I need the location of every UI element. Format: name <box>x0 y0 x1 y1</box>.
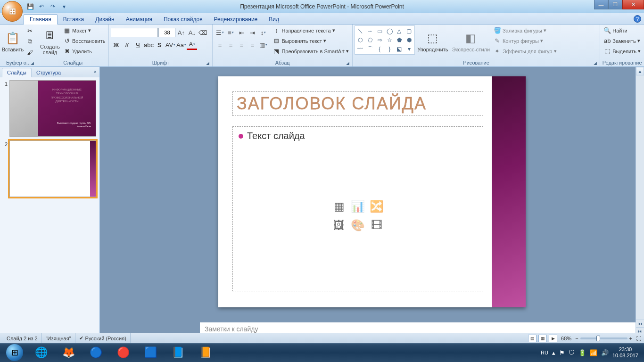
insert-smartart-icon[interactable]: 🔀 <box>368 198 385 215</box>
clear-format-button[interactable]: ⌫ <box>198 27 208 38</box>
zoom-value[interactable]: 68% <box>561 336 571 341</box>
shape-effects-button[interactable]: ✦Эффекты для фигур ▾ <box>492 46 558 56</box>
shape-fill-button[interactable]: 🪣Заливка фигуры ▾ <box>492 25 558 35</box>
panel-tab-slides[interactable]: Слайды <box>2 68 32 77</box>
tab-design[interactable]: Дизайн <box>90 15 120 24</box>
quick-styles-button[interactable]: ◧ Экспресс-стили <box>451 25 491 57</box>
char-spacing-button[interactable]: AV <box>165 40 175 50</box>
tab-review[interactable]: Рецензирование <box>208 15 264 24</box>
new-slide-button[interactable]: 🗏 Создать слайд <box>39 25 61 57</box>
shape-rect-icon[interactable]: ▭ <box>375 27 384 35</box>
shape-6-icon[interactable]: ⬡ <box>356 36 365 44</box>
zoom-in-button[interactable]: + <box>629 336 632 341</box>
zoom-out-button[interactable]: − <box>575 336 578 341</box>
shape-9-icon[interactable]: ☆ <box>385 36 394 44</box>
cut-button[interactable]: ✂ <box>25 25 35 36</box>
taskbar-skype[interactable]: 🟦 <box>137 343 164 362</box>
save-icon[interactable]: 💾 <box>25 2 35 11</box>
insert-table-icon[interactable]: ▦ <box>330 198 347 215</box>
minimize-button[interactable]: — <box>594 0 608 9</box>
tray-volume-icon[interactable]: 🔊 <box>601 349 609 356</box>
office-button[interactable]: ⊞ <box>2 1 23 22</box>
shape-more-icon[interactable]: ▾ <box>405 45 413 53</box>
taskbar-powerpoint[interactable]: 📙 <box>191 343 219 362</box>
align-right-button[interactable]: ≡ <box>236 40 247 50</box>
tab-view[interactable]: Вид <box>263 15 285 24</box>
arrange-button[interactable]: ⬚ Упорядочить <box>416 25 450 57</box>
change-case-button[interactable]: Aa <box>176 40 186 50</box>
thumb-row-2[interactable]: 2 <box>3 140 97 197</box>
zoom-thumb[interactable] <box>596 336 600 341</box>
grow-font-button[interactable]: A↑ <box>176 27 186 38</box>
redo-icon[interactable]: ↷ <box>48 2 58 11</box>
select-button[interactable]: ⬚Выделить ▾ <box>602 46 642 56</box>
tab-animation[interactable]: Анимация <box>120 15 158 24</box>
increase-indent-button[interactable]: ⇥ <box>247 27 257 38</box>
panel-tab-outline[interactable]: Структура <box>32 68 66 77</box>
slide-thumbnail-2[interactable] <box>9 140 96 197</box>
tray-av-icon[interactable]: 🛡 <box>569 349 575 356</box>
decrease-indent-button[interactable]: ⇤ <box>236 27 247 38</box>
convert-smartart-button[interactable]: ⬔Преобразовать в SmartArt ▾ <box>271 46 350 56</box>
tab-insert[interactable]: Вставка <box>58 15 90 24</box>
format-painter-button[interactable]: 🖌 <box>25 47 35 58</box>
taskbar-ie[interactable]: 🌐 <box>27 343 55 362</box>
normal-view-button[interactable]: ▤ <box>528 335 537 342</box>
title-placeholder[interactable]: Заголовок слайда <box>232 91 483 116</box>
shape-outline-button[interactable]: ✎Контур фигуры ▾ <box>492 36 558 46</box>
tray-network-icon[interactable]: 📶 <box>590 349 597 356</box>
help-button[interactable]: ? <box>634 15 641 23</box>
layout-button[interactable]: ▦Макет ▾ <box>62 25 107 35</box>
qat-customize-icon[interactable]: ▾ <box>59 2 69 11</box>
align-left-button[interactable]: ≡ <box>215 40 225 50</box>
text-direction-button[interactable]: ↕Направление текста ▾ <box>271 25 350 35</box>
shape-8-icon[interactable]: ⇨ <box>375 36 384 44</box>
shrink-font-button[interactable]: A↓ <box>187 27 197 38</box>
shape-16-icon[interactable]: ⬕ <box>395 45 404 53</box>
status-language[interactable]: ✔Русский (Россия) <box>75 333 131 343</box>
zoom-slider[interactable] <box>580 337 627 339</box>
tray-lang[interactable]: RU <box>541 350 548 355</box>
shape-10-icon[interactable]: ⬟ <box>395 36 404 44</box>
shadow-button[interactable]: S <box>154 40 165 50</box>
shape-14-icon[interactable]: { <box>375 45 384 53</box>
taskbar-chrome[interactable]: 🔵 <box>82 343 109 362</box>
undo-icon[interactable]: ↶ <box>37 2 46 11</box>
slideshow-view-button[interactable]: ▶ <box>549 335 557 342</box>
taskbar-word[interactable]: 📘 <box>164 343 191 362</box>
tray-flag-icon[interactable]: ⚑ <box>559 349 565 356</box>
underline-button[interactable]: Ч <box>132 40 143 50</box>
bullets-button[interactable]: ☰ <box>215 27 225 38</box>
align-center-button[interactable]: ≡ <box>225 40 236 50</box>
font-size-combo[interactable] <box>158 28 175 37</box>
shape-tri-icon[interactable]: △ <box>395 27 404 35</box>
slide-canvas-area[interactable]: Заголовок слайда Текст слайда ▦ 📊 🔀 🖼 🎨 … <box>100 67 644 343</box>
maximize-button[interactable]: ❐ <box>608 0 622 9</box>
line-spacing-button[interactable]: ↕ <box>258 27 268 38</box>
tray-show-hidden-icon[interactable]: ▴ <box>552 349 555 356</box>
close-button[interactable]: ✕ <box>622 0 644 9</box>
tab-home[interactable]: Главная <box>24 14 58 25</box>
shape-oval-icon[interactable]: ◯ <box>385 27 394 35</box>
reset-button[interactable]: ↺Восстановить <box>62 36 107 46</box>
paste-button[interactable]: 📋 Вставить <box>2 25 24 57</box>
taskbar-firefox[interactable]: 🦊 <box>55 343 82 362</box>
insert-media-icon[interactable]: 🎞 <box>368 217 385 234</box>
align-text-button[interactable]: ⊟Выровнять текст ▾ <box>271 36 350 46</box>
find-button[interactable]: 🔍Найти <box>602 25 642 35</box>
italic-button[interactable]: К <box>122 40 132 50</box>
tab-slideshow[interactable]: Показ слайдов <box>158 15 208 24</box>
shapes-gallery[interactable]: ＼→▭◯△▢ ⬡⬠⇨☆⬟⬢ 〰⌒{}⬕▾ <box>355 25 415 55</box>
thumb-row-1[interactable]: 1 ИНФОРМАЦИОННЫЕ ТЕХНОЛОГИИ В ПРОФЕССИОН… <box>3 80 97 137</box>
delete-slide-button[interactable]: ✖Удалить <box>62 46 107 56</box>
strike-button[interactable]: abc <box>143 40 154 50</box>
shape-7-icon[interactable]: ⬠ <box>366 36 375 44</box>
shape-rrect-icon[interactable]: ▢ <box>405 27 413 35</box>
justify-button[interactable]: ≡ <box>247 40 257 50</box>
shape-15-icon[interactable]: } <box>385 45 394 53</box>
slide[interactable]: Заголовок слайда Текст слайда ▦ 📊 🔀 🖼 🎨 … <box>218 76 526 307</box>
tray-clock[interactable]: 23:30 10.08.2017 <box>612 346 638 359</box>
shape-11-icon[interactable]: ⬢ <box>405 36 413 44</box>
insert-clipart-icon[interactable]: 🎨 <box>349 217 366 234</box>
insert-chart-icon[interactable]: 📊 <box>349 198 366 215</box>
